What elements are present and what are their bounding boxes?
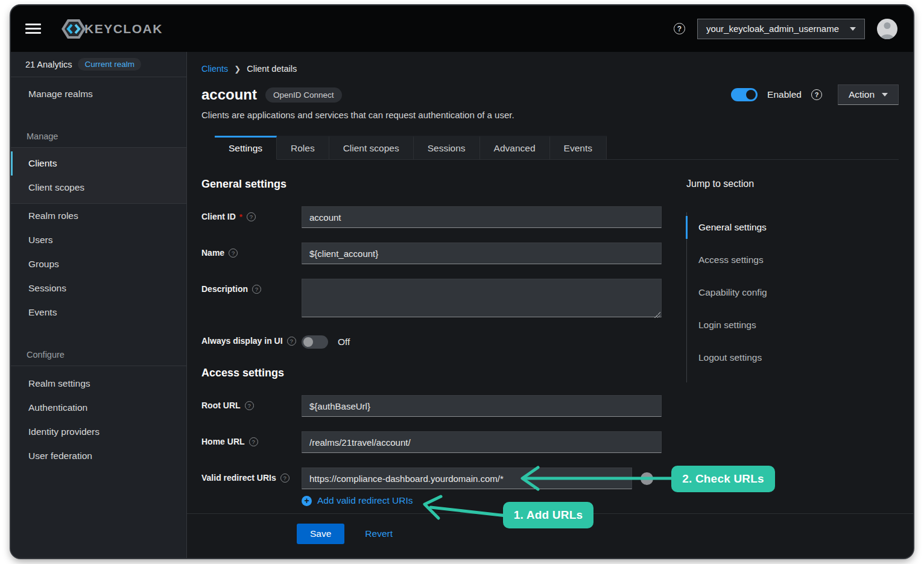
enabled-toggle[interactable] [731, 88, 758, 101]
sidebar-group-label-manage: Manage [11, 130, 186, 142]
client-id-help-icon[interactable]: ? [247, 212, 256, 221]
tab-sessions[interactable]: Sessions [414, 136, 480, 159]
keycloak-logo-icon [60, 17, 87, 41]
remove-redirect-uri-button[interactable] [641, 472, 653, 485]
sidebar-item-user-federation[interactable]: User federation [11, 444, 186, 468]
always-display-row: Always display in UI ? Off [201, 334, 662, 349]
form-actions: Save Revert [187, 514, 913, 544]
tab-client-scopes[interactable]: Client scopes [329, 136, 414, 159]
name-label: Name [201, 248, 224, 258]
home-url-label: Home URL [201, 437, 245, 446]
always-display-state: Off [338, 337, 350, 347]
enabled-label: Enabled [767, 89, 802, 100]
redirect-uris-label: Valid redirect URIs [201, 473, 276, 483]
plus-circle-icon: + [302, 496, 312, 506]
root-url-input[interactable] [302, 395, 662, 417]
action-dropdown[interactable]: Action [838, 84, 899, 105]
breadcrumb-link-clients[interactable]: Clients [201, 64, 228, 74]
realm-switcher[interactable]: 21 Analytics Current realm [11, 52, 186, 77]
realm-name: 21 Analytics [25, 60, 72, 69]
description-row: Description ? [201, 279, 662, 320]
masthead: KEYCLOAK ? your_keycloak_admin_username [11, 5, 913, 52]
add-redirect-uri-label: Add valid redirect URIs [317, 495, 413, 506]
jump-nav-item-login-settings[interactable]: Login settings [686, 314, 891, 337]
sidebar-item-realm-settings[interactable]: Realm settings [11, 372, 186, 396]
jump-nav-item-access-settings[interactable]: Access settings [686, 249, 891, 271]
menu-toggle-button[interactable] [25, 22, 43, 36]
client-description-text: Clients are applications and services th… [201, 110, 899, 120]
required-indicator: * [239, 212, 242, 221]
sidebar-item-clients[interactable]: Clients [11, 151, 186, 176]
page-title: account [201, 86, 257, 103]
sidebar-group-label-configure: Configure [11, 349, 186, 361]
sidebar-item-client-scopes[interactable]: Client scopes [11, 176, 186, 200]
jump-nav-item-logout-settings[interactable]: Logout settings [686, 346, 891, 369]
jump-nav-title: Jump to section [686, 179, 891, 189]
sidebar-item-sessions[interactable]: Sessions [11, 276, 186, 300]
breadcrumb-current: Client details [247, 64, 297, 74]
enabled-help-icon[interactable]: ? [811, 89, 822, 100]
client-id-row: Client ID * ? [201, 206, 662, 228]
redirect-uri-input[interactable] [302, 467, 632, 489]
jump-nav-item-capability-config[interactable]: Capability config [686, 281, 891, 304]
client-id-input[interactable] [302, 206, 662, 228]
revert-button[interactable]: Revert [365, 528, 393, 539]
tab-events[interactable]: Events [550, 136, 607, 159]
keycloak-brand: KEYCLOAK [60, 17, 163, 41]
breadcrumb-separator-icon: ❯ [234, 65, 241, 74]
sidebar-item-manage-realms[interactable]: Manage realms [11, 82, 186, 106]
redirect-uris-row: Valid redirect URIs ? [201, 467, 662, 489]
sidebar-item-identity-providers[interactable]: Identity providers [11, 420, 186, 444]
tab-settings[interactable]: Settings [215, 136, 277, 160]
tab-bar: Settings Roles Client scopes Sessions Ad… [215, 136, 899, 160]
brand-name: KEYCLOAK [84, 22, 163, 36]
root-url-label: Root URL [201, 401, 241, 410]
help-icon[interactable]: ? [674, 23, 685, 34]
client-id-label: Client ID [201, 212, 236, 221]
sidebar-item-groups[interactable]: Groups [11, 252, 186, 276]
current-realm-badge: Current realm [78, 58, 141, 71]
redirect-uris-help-icon[interactable]: ? [280, 474, 290, 483]
jump-to-section-nav: Jump to section General settings Access … [686, 178, 891, 506]
access-settings-heading: Access settings [201, 367, 662, 379]
username-label: your_keycloak_admin_username [706, 24, 839, 34]
settings-form: General settings Client ID * ? Name ? [201, 178, 662, 506]
sidebar-active-block: Clients Client scopes [11, 148, 186, 204]
user-menu-dropdown[interactable]: your_keycloak_admin_username [697, 19, 865, 39]
root-url-row: Root URL ? [201, 395, 662, 417]
always-display-help-icon[interactable]: ? [287, 337, 296, 346]
sidebar-item-realm-roles[interactable]: Realm roles [11, 204, 186, 228]
home-url-row: Home URL ? [201, 431, 662, 453]
always-display-label: Always display in UI [201, 336, 283, 346]
name-help-icon[interactable]: ? [229, 249, 238, 258]
home-url-input[interactable] [302, 431, 662, 453]
root-url-help-icon[interactable]: ? [245, 401, 254, 410]
protocol-badge: OpenID Connect [265, 87, 342, 103]
jump-nav-item-general-settings[interactable]: General settings [686, 216, 891, 239]
description-label: Description [201, 284, 248, 294]
keycloak-admin-window: KEYCLOAK ? your_keycloak_admin_username … [11, 5, 913, 558]
chevron-down-icon [850, 27, 856, 31]
description-textarea[interactable] [302, 279, 662, 317]
tab-advanced[interactable]: Advanced [480, 136, 550, 159]
main-content: Clients ❯ Client details account OpenID … [187, 52, 913, 558]
save-button[interactable]: Save [297, 524, 344, 544]
sidebar: 21 Analytics Current realm Manage realms… [11, 52, 187, 558]
sidebar-item-events[interactable]: Events [11, 300, 186, 325]
chevron-down-icon [882, 93, 888, 97]
general-settings-heading: General settings [201, 178, 662, 191]
user-avatar[interactable] [877, 19, 897, 39]
name-row: Name ? [201, 242, 662, 264]
sidebar-item-authentication[interactable]: Authentication [11, 396, 186, 420]
name-input[interactable] [302, 242, 662, 264]
add-redirect-uri-link[interactable]: + Add valid redirect URIs [302, 495, 662, 506]
sidebar-item-users[interactable]: Users [11, 228, 186, 252]
description-help-icon[interactable]: ? [252, 285, 261, 294]
breadcrumb: Clients ❯ Client details [187, 52, 913, 74]
tab-roles[interactable]: Roles [277, 136, 329, 159]
always-display-toggle[interactable] [302, 335, 328, 349]
home-url-help-icon[interactable]: ? [249, 437, 258, 446]
action-dropdown-label: Action [849, 89, 875, 100]
